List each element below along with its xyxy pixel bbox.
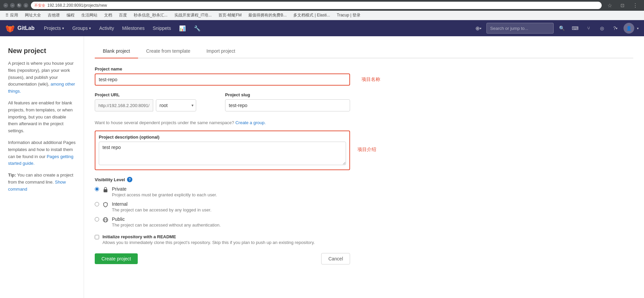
project-name-annotation: 项目名称	[361, 77, 380, 83]
apps-icon: ⠿	[5, 13, 9, 18]
project-url-row: http://192.168.2.200:8091/ root ▾	[95, 99, 220, 111]
cancel-button[interactable]: Cancel	[321, 253, 350, 264]
project-name-label: Project name	[95, 66, 350, 71]
bookmark-docs[interactable]: 文档	[101, 12, 115, 19]
chevron-down-icon: ▾	[62, 26, 64, 31]
home-button[interactable]: ⌂	[24, 3, 28, 8]
nav-milestones[interactable]: Milestones	[118, 20, 149, 36]
button-row: Create project Cancel	[95, 253, 350, 264]
security-warning: 不安全	[34, 3, 45, 8]
visibility-internal-content: Internal The project can be accessed by …	[112, 201, 350, 212]
project-slug-input[interactable]	[225, 99, 350, 111]
bookmark-webdir[interactable]: 网址大全	[22, 12, 44, 19]
search-icon-btn[interactable]: 🔍	[556, 23, 567, 34]
project-url-group: Project URL http://192.168.2.200:8091/ r…	[95, 92, 220, 111]
bookmark-seckill[interactable]: 秒杀信息_秒杀汇...	[131, 12, 170, 19]
page-title: New project	[8, 47, 76, 55]
init-repo-group: Initialize repository with a README Allo…	[95, 234, 350, 245]
bookmark-free[interactable]: 最值得拥有的免费B...	[246, 12, 289, 19]
browser-controls: ← → ↻ ⌂	[3, 3, 28, 8]
cast-button[interactable]: ⊡	[617, 0, 628, 11]
project-desc-input[interactable]: test repo	[99, 142, 346, 165]
visibility-internal-radio[interactable]	[95, 202, 99, 206]
bookmark-label: 编程	[67, 12, 75, 18]
tab-import-project[interactable]: Import project	[198, 44, 243, 58]
tab-create-from-template[interactable]: Create from template	[138, 44, 199, 58]
help-icon: ?	[613, 26, 616, 31]
shield-icon	[102, 202, 109, 208]
create-group-link[interactable]: Create a group.	[235, 120, 266, 125]
bookmark-label: 应用	[10, 12, 18, 18]
browser-bar: ← → ↻ ⌂ 不安全 192.168.2.200:8091/projects/…	[0, 0, 644, 11]
browser-actions: ☆ ⊡ ⋮	[604, 0, 641, 11]
namespace-select[interactable]: root	[156, 99, 196, 111]
sidebar-desc-2: All features are enabled for blank proje…	[8, 100, 76, 135]
init-repo-checkbox[interactable]	[95, 235, 99, 239]
merge-request-icon: ⑂	[587, 26, 590, 31]
init-repo-content: Initialize repository with a README Allo…	[102, 234, 315, 245]
nav-projects[interactable]: Projects ▾	[40, 20, 69, 36]
search-input[interactable]	[486, 23, 554, 34]
nav-chart-icon[interactable]: 📊	[175, 20, 190, 36]
bookmark-it[interactable]: 实战开发课程_IT培...	[172, 12, 214, 19]
visibility-private-radio[interactable]	[95, 187, 99, 191]
visibility-public-radio[interactable]	[95, 217, 99, 221]
address-text: 192.168.2.200:8091/projects/new	[47, 3, 107, 8]
visibility-private-desc: Project access must be granted explicitl…	[112, 192, 350, 197]
bookmark-guitar[interactable]: 吉他谱	[45, 12, 62, 19]
visibility-internal-name: Internal	[112, 201, 350, 207]
tab-blank-project[interactable]: Blank project	[95, 44, 138, 58]
namespace-select-wrapper: root ▾	[156, 99, 196, 111]
url-slug-row: Project URL http://192.168.2.200:8091/ r…	[95, 92, 350, 118]
nav-groups[interactable]: Groups ▾	[68, 20, 95, 36]
menu-button[interactable]: ⋮	[630, 0, 641, 11]
forward-button[interactable]: →	[10, 3, 15, 8]
bookmark-fm[interactable]: 首页-蜻蜓FM	[216, 12, 244, 19]
sidebar-desc-1: A project is where you house your files …	[8, 60, 76, 95]
bookmark-coding[interactable]: 编程	[64, 12, 77, 19]
bookmark-baidu[interactable]: 百度	[116, 12, 130, 19]
nav-right: ⊕ ▾ 🔍 ⌨ ⑂ ◎ ? ▾ 👤 ▾	[473, 23, 639, 34]
visibility-public-content: Public The project can be accessed witho…	[112, 216, 350, 228]
star-button[interactable]: ☆	[604, 0, 615, 11]
address-bar[interactable]: 不安全 192.168.2.200:8091/projects/new	[31, 2, 602, 9]
avatar-dropdown-icon[interactable]: ▾	[637, 27, 639, 30]
visibility-help-icon[interactable]: ?	[127, 177, 132, 182]
bookmark-label: 吉他谱	[48, 12, 60, 18]
merge-request-icon-btn[interactable]: ⑂	[583, 23, 594, 34]
lock-icon	[102, 187, 109, 193]
keyboard-icon-btn[interactable]: ⌨	[570, 23, 581, 34]
back-button[interactable]: ←	[3, 3, 8, 8]
help-icon-btn[interactable]: ? ▾	[610, 23, 621, 34]
project-desc-annotation: 项目介绍	[357, 147, 376, 153]
bookmark-label: 实战开发课程_IT培...	[174, 12, 212, 18]
reload-button[interactable]: ↻	[17, 3, 22, 8]
sidebar: New project A project is where you house…	[0, 36, 84, 298]
bookmark-tracup[interactable]: Tracup | 登录	[334, 12, 363, 19]
bookmark-label: 首页-蜻蜓FM	[218, 12, 242, 18]
main-content: Blank project Create from template Impor…	[84, 36, 644, 298]
chevron-down-icon: ▾	[89, 26, 91, 31]
bookmark-life[interactable]: 生活网站	[79, 12, 100, 19]
project-name-input[interactable]	[95, 73, 350, 86]
sidebar-desc-3: Information about additional Pages templ…	[8, 139, 76, 167]
bookmark-label: 百度	[119, 12, 127, 18]
search-icon: 🔍	[559, 26, 565, 31]
init-repo-label: Initialize repository with a README	[102, 234, 315, 239]
user-avatar[interactable]: 👤	[624, 23, 634, 34]
project-slug-label: Project slug	[225, 92, 350, 97]
init-repo-desc: Allows you to immediately clone this pro…	[102, 240, 315, 245]
create-project-button[interactable]: Create project	[95, 253, 138, 264]
avatar-icon: 👤	[626, 26, 632, 31]
bookmark-label: 最值得拥有的免费B...	[248, 12, 287, 18]
bookmark-apps[interactable]: ⠿ 应用	[3, 12, 21, 19]
bookmark-elastic[interactable]: 多文档模式 | Elasti...	[291, 12, 333, 19]
nav-snippets[interactable]: Snippets	[148, 20, 175, 36]
nav-plus-button[interactable]: ⊕ ▾	[473, 23, 484, 34]
visibility-internal-desc: The project can be accessed by any logge…	[112, 207, 350, 212]
issue-icon-btn[interactable]: ◎	[597, 23, 607, 34]
nav-activity[interactable]: Activity	[95, 20, 118, 36]
bookmark-label: 多文档模式 | Elasti...	[293, 12, 330, 18]
gitlab-logo[interactable]: GitLab	[5, 23, 35, 33]
nav-wrench-icon[interactable]: 🔧	[190, 20, 205, 36]
